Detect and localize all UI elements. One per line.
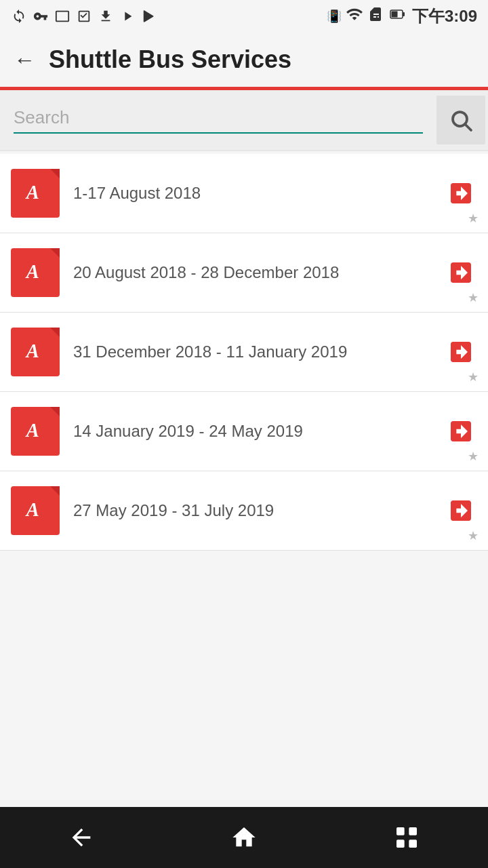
status-icons-left bbox=[11, 8, 157, 24]
svg-rect-2 bbox=[403, 12, 405, 16]
open-file-icon bbox=[445, 415, 477, 448]
svg-rect-11 bbox=[409, 827, 417, 835]
pdf-icon: A bbox=[11, 407, 60, 456]
star-rating-dot: ★ bbox=[468, 290, 479, 305]
app-bar: ← Shuttle Bus Services bbox=[0, 33, 488, 87]
nav-back-button[interactable] bbox=[54, 817, 108, 858]
open-file-icon bbox=[445, 336, 477, 368]
pdf-icon: A bbox=[11, 328, 60, 376]
svg-line-4 bbox=[466, 125, 471, 130]
list-item-label: 20 August 2018 - 28 December 2018 bbox=[73, 261, 438, 284]
star-rating-dot: ★ bbox=[468, 528, 479, 543]
search-input-wrapper bbox=[0, 107, 436, 134]
pdf-icon: A bbox=[11, 248, 60, 297]
pdf-icon-letter: A bbox=[20, 256, 50, 290]
list-item-label: 31 December 2018 - 11 January 2019 bbox=[73, 340, 438, 363]
search-bar bbox=[0, 90, 488, 151]
pdf-icon-letter: A bbox=[20, 414, 50, 448]
open-file-icon bbox=[445, 177, 477, 210]
pdf-icon-letter: A bbox=[20, 494, 50, 528]
list-item-label: 27 May 2019 - 31 July 2019 bbox=[73, 499, 438, 522]
svg-text:A: A bbox=[25, 261, 39, 282]
svg-rect-12 bbox=[396, 840, 405, 848]
key-icon bbox=[33, 8, 49, 24]
back-button[interactable]: ← bbox=[14, 49, 35, 71]
star-rating-dot: ★ bbox=[468, 211, 479, 226]
status-bar: 📳 下午3:09 bbox=[0, 0, 488, 33]
nav-recent-button[interactable] bbox=[380, 817, 434, 858]
open-file-icon bbox=[445, 494, 477, 527]
open-file-icon bbox=[445, 256, 477, 289]
document-list: A 1-17 August 2018 ★ A 20 August 2018 - … bbox=[0, 154, 488, 551]
page-title: Shuttle Bus Services bbox=[49, 45, 291, 74]
download-icon bbox=[98, 8, 114, 24]
list-item-label: 1-17 August 2018 bbox=[73, 182, 438, 205]
svg-text:A: A bbox=[25, 182, 39, 203]
pdf-icon-letter: A bbox=[20, 335, 50, 369]
display-icon bbox=[54, 8, 70, 24]
sim-icon bbox=[367, 6, 384, 26]
pdf-icon: A bbox=[11, 486, 60, 535]
wifi-icon bbox=[346, 5, 363, 27]
sync-icon bbox=[11, 8, 27, 24]
vibrate-icon: 📳 bbox=[327, 9, 342, 24]
play-icon bbox=[119, 8, 136, 24]
time-display: 下午3:09 bbox=[412, 5, 477, 27]
nav-home-button[interactable] bbox=[217, 817, 271, 858]
search-button[interactable] bbox=[436, 96, 485, 144]
star-rating-dot: ★ bbox=[468, 449, 479, 464]
task-icon bbox=[76, 8, 92, 24]
search-input[interactable] bbox=[14, 107, 423, 134]
star-rating-dot: ★ bbox=[468, 370, 479, 384]
svg-text:A: A bbox=[25, 499, 39, 520]
list-item-label: 14 January 2019 - 24 May 2019 bbox=[73, 420, 438, 443]
status-right: 📳 下午3:09 bbox=[327, 5, 477, 27]
list-item[interactable]: A 31 December 2018 - 11 January 2019 ★ bbox=[0, 313, 488, 392]
svg-text:A: A bbox=[25, 340, 39, 361]
playstore-icon bbox=[141, 8, 157, 24]
list-item[interactable]: A 20 August 2018 - 28 December 2018 ★ bbox=[0, 233, 488, 313]
svg-rect-13 bbox=[409, 840, 417, 848]
list-item[interactable]: A 14 January 2019 - 24 May 2019 ★ bbox=[0, 392, 488, 471]
list-item[interactable]: A 1-17 August 2018 ★ bbox=[0, 154, 488, 233]
battery-icon bbox=[388, 6, 408, 26]
bottom-nav bbox=[0, 807, 488, 868]
svg-rect-10 bbox=[396, 827, 405, 835]
svg-rect-1 bbox=[391, 12, 397, 18]
list-item[interactable]: A 27 May 2019 - 31 July 2019 ★ bbox=[0, 471, 488, 551]
svg-text:A: A bbox=[25, 420, 39, 441]
pdf-icon-letter: A bbox=[20, 176, 50, 210]
pdf-icon: A bbox=[11, 169, 60, 218]
